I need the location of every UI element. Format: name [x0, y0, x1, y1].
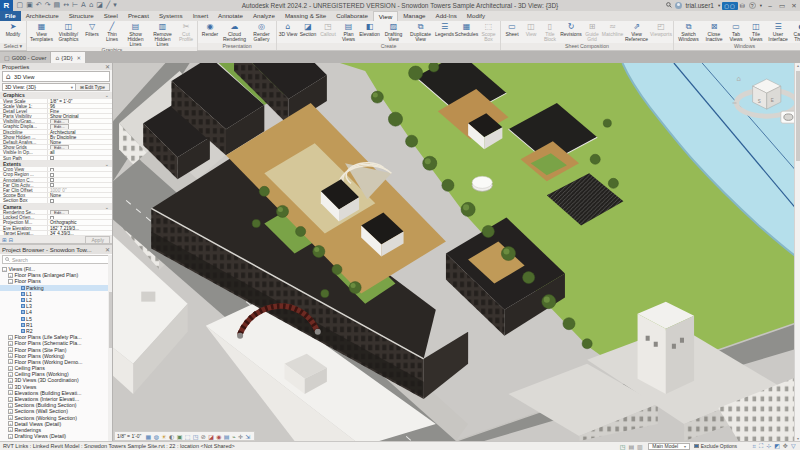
property-value[interactable]: Edit...: [48, 124, 112, 128]
view-tab-g000-cover[interactable]: ▢G000 - Cover: [0, 52, 50, 63]
visual-style-icon[interactable]: ◍: [154, 432, 159, 441]
properties-pin-icon[interactable]: ⊟: [9, 237, 14, 243]
tree-expander-icon[interactable]: +: [8, 434, 13, 439]
text-icon[interactable]: A: [81, 0, 86, 11]
select-links-icon[interactable]: ⌗: [753, 442, 756, 450]
tree-expander-icon[interactable]: +: [8, 273, 13, 278]
tree-expander-icon[interactable]: +: [8, 341, 13, 346]
signed-in-user[interactable]: trial.user1: [685, 2, 714, 9]
ribbon-tab-steel[interactable]: Steel: [99, 11, 123, 21]
ribbon-button-remove-hidden-lines[interactable]: ▥Remove Hidden Lines: [149, 22, 176, 47]
sheet-list2-icon[interactable]: ▥: [637, 443, 643, 450]
property-value[interactable]: Show Original: [48, 114, 112, 118]
filter-icon[interactable]: ▽: [791, 442, 796, 450]
temp-hide-icon[interactable]: ◪: [208, 432, 214, 441]
ribbon-button-visibility-graphics[interactable]: ◫Visibility/ Graphics: [55, 22, 82, 42]
property-checkbox[interactable]: [50, 183, 54, 187]
edit-button[interactable]: Edit...: [50, 119, 69, 123]
ribbon-button-revisions[interactable]: ↻Revisions: [560, 22, 582, 37]
ribbon-button-switch-windows[interactable]: ⧉Switch Windows: [675, 22, 702, 42]
select-pinned-icon[interactable]: ⊹: [766, 442, 771, 450]
ribbon-button-sheet[interactable]: ▭Sheet: [502, 22, 522, 37]
ribbon-tab-precast[interactable]: Precast: [123, 11, 154, 21]
ribbon-button-drafting-view[interactable]: ▨Drafting View: [380, 22, 407, 42]
tree-expander-icon[interactable]: +: [8, 353, 13, 358]
ribbon-tab-collaborate[interactable]: Collaborate: [331, 11, 373, 21]
design-options-select[interactable]: Main Model▾: [648, 443, 690, 450]
ribbon-button-tile-views[interactable]: ◫Tile Views: [746, 22, 766, 42]
property-value[interactable]: 182' 7.219/3...: [48, 226, 112, 230]
property-value[interactable]: [48, 198, 112, 202]
property-checkbox[interactable]: [50, 173, 54, 177]
edit-button[interactable]: Edit...: [50, 145, 69, 149]
tree-item-drafting-views-detail[interactable]: +Drafting Views (Detail): [0, 433, 112, 439]
tree-expander-icon[interactable]: +: [8, 335, 13, 340]
properties-close-icon[interactable]: ✕: [105, 63, 110, 70]
ribbon-tab-annotate[interactable]: Annotate: [213, 11, 248, 21]
ribbon-tab-manage[interactable]: Manage: [398, 11, 430, 21]
property-checkbox[interactable]: [50, 178, 54, 182]
property-value[interactable]: 1/8" = 1'-0": [48, 99, 112, 103]
tree-expander-icon[interactable]: +: [8, 390, 13, 395]
exclude-options-checkbox[interactable]: [694, 444, 699, 449]
tree-expander-icon[interactable]: +: [8, 397, 13, 402]
property-value[interactable]: Fine: [48, 109, 112, 113]
ribbon-button-tab-views[interactable]: ▭Tab Views: [726, 22, 746, 42]
print-icon[interactable]: ▤: [54, 0, 61, 11]
property-value[interactable]: all: [48, 150, 112, 154]
property-value[interactable]: [48, 172, 112, 176]
detail-level-icon[interactable]: ▦: [146, 432, 152, 441]
ribbon-button-section[interactable]: ◪Section: [298, 22, 318, 37]
tree-expander-icon[interactable]: +: [8, 347, 13, 352]
render-dialog-icon[interactable]: ▣: [177, 432, 183, 441]
property-value[interactable]: [48, 167, 112, 171]
property-value[interactable]: Architectural: [48, 130, 112, 134]
apply-button[interactable]: Apply: [85, 236, 110, 244]
tree-expander-icon[interactable]: +: [8, 409, 13, 414]
scale-button[interactable]: 1/8" = 1'-0": [117, 433, 141, 439]
sun-path-icon[interactable]: ☀: [161, 432, 166, 441]
browser-scrollbar[interactable]: [108, 255, 112, 441]
upgrade-badge[interactable]: ▢▢: [722, 2, 737, 10]
user-avatar[interactable]: [675, 2, 682, 9]
ribbon-tab-add-ins[interactable]: Add-Ins: [431, 11, 462, 21]
ribbon-tab-modify[interactable]: Modify: [462, 11, 490, 21]
shadows-icon[interactable]: ◐: [169, 432, 174, 441]
customize-icon[interactable]: ▾: [113, 0, 117, 11]
ribbon-tab-systems[interactable]: Systems: [154, 11, 188, 21]
edit-button[interactable]: Edit...: [50, 210, 69, 214]
tree-expander-icon[interactable]: –: [8, 279, 13, 284]
property-checkbox[interactable]: [50, 156, 54, 160]
save-icon[interactable]: ▣: [26, 0, 33, 11]
property-value[interactable]: By Discipline: [48, 135, 112, 139]
ribbon-button-render-gallery[interactable]: ◎Render Gallery: [248, 22, 275, 42]
ribbon-button-schedules[interactable]: ▦Schedules: [455, 22, 478, 37]
view-tab-close-icon[interactable]: ✕: [77, 55, 82, 61]
property-value[interactable]: Edit...: [48, 119, 112, 123]
ribbon-tab-architecture[interactable]: Architecture: [21, 11, 64, 21]
property-value[interactable]: 96: [48, 104, 112, 108]
property-checkbox[interactable]: [50, 199, 54, 203]
lock-3d-icon[interactable]: ⊘: [201, 432, 206, 441]
worksharing-icon[interactable]: ◳: [620, 443, 626, 450]
tree-expander-icon[interactable]: +: [8, 384, 13, 389]
tree-expander-icon[interactable]: +: [8, 359, 13, 364]
help-button[interactable]: ?: [749, 2, 756, 9]
ribbon-button-elevation[interactable]: ◧Elevation: [359, 22, 380, 37]
type-selector[interactable]: ⌂ 3D View: [2, 71, 110, 82]
edit-type-button[interactable]: ⊞Edit Type: [76, 83, 110, 91]
ribbon-tab-structure[interactable]: Structure: [64, 11, 99, 21]
ribbon-button-render[interactable]: ◉Render: [199, 22, 221, 37]
property-value[interactable]: [48, 156, 112, 160]
property-value[interactable]: 34' 4.39/3...: [48, 231, 112, 235]
ribbon-button-cloud-rendering[interactable]: ☁Cloud Rendering: [221, 22, 248, 42]
user-menu-caret-icon[interactable]: ▾: [718, 3, 720, 8]
view-selector-dropdown[interactable]: 3D View: {3D}▾: [2, 83, 76, 91]
property-value[interactable]: Orthographic: [48, 220, 112, 224]
property-value[interactable]: [48, 178, 112, 182]
view-tab--3d-[interactable]: ⌂{3D}✕: [51, 52, 85, 63]
drag-on-selection-icon[interactable]: ✥: [783, 442, 788, 450]
ribbon-button-canvas-theme[interactable]: ◐Canvas Theme: [790, 22, 800, 42]
ribbon-tab-massing-site[interactable]: Massing & Site: [280, 11, 331, 21]
property-value[interactable]: None: [48, 140, 112, 144]
